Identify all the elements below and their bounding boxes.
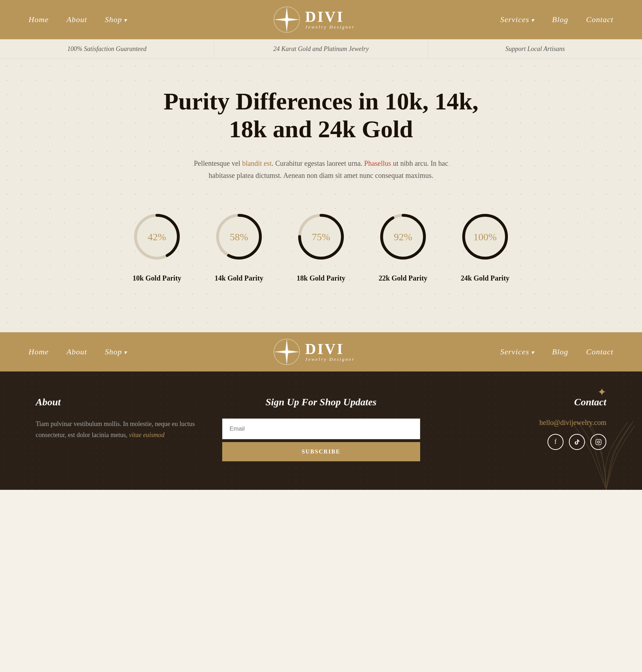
circle-label-2: 18k Gold Parity [297,274,346,282]
footer-nav-shop[interactable]: Shop [105,347,127,356]
svg-text:42%: 42% [148,231,166,242]
nav-shop[interactable]: Shop [105,15,127,24]
circle-item-0: 42%10k Gold Parity [127,206,187,282]
circles-container: 42%10k Gold Parity58%14k Gold Parity75%1… [7,206,635,282]
svg-text:58%: 58% [230,231,248,242]
logo-text: DIVI Jewelry Designer [305,9,355,30]
footer-nav: Home About Shop DIVI Jewelry Designer Se… [0,332,642,371]
svg-point-22 [285,350,288,353]
nav-home[interactable]: Home [29,15,49,24]
footer-nav-blog[interactable]: Blog [552,347,569,356]
footer-logo[interactable]: DIVI Jewelry Designer [272,338,355,366]
footer-about-col: About Tiam pulvinar vestibulum mollis. I… [36,396,201,461]
page-subtitle: Pellentesque vel blandit est. Curabitur … [187,157,455,181]
footer-logo-text: DIVI Jewelry Designer [305,342,355,362]
logo-star-icon [272,5,301,34]
footer-contact-title: Contact [442,396,607,408]
banner-item-3: Support Local Artisans [428,40,642,58]
footer-about-title: About [36,396,201,408]
subscribe-button[interactable]: SUBSCRIBE [222,442,420,461]
main-content: Purity Differences in 10k, 14k, 18k and … [0,59,642,332]
page-title: Purity Differences in 10k, 14k, 18k and … [160,87,482,143]
svg-text:92%: 92% [394,231,412,242]
nav-blog[interactable]: Blog [552,15,569,24]
circle-label-1: 14k Gold Parity [215,274,264,282]
circle-label-3: 22k Gold Parity [379,274,428,282]
logo[interactable]: DIVI Jewelry Designer [272,5,355,34]
circle-svg-3: 92% [373,206,433,267]
circle-item-2: 75%18k Gold Parity [291,206,351,282]
footer-newsletter-col: Sign Up For Shop Updates SUBSCRIBE [222,396,420,461]
svg-point-3 [285,18,288,21]
banner-item-1: 100% Satisfaction Guaranteed [0,40,214,58]
circle-svg-2: 75% [291,206,351,267]
nav-contact[interactable]: Contact [586,15,613,24]
nav-left: Home About Shop [29,15,127,24]
circle-label-0: 10k Gold Parity [133,274,182,282]
palm-decoration-icon [571,419,642,490]
svg-text:100%: 100% [473,231,496,242]
nav-about[interactable]: About [67,15,87,24]
facebook-icon[interactable]: f [547,434,564,450]
footer-nav-services[interactable]: Services [500,347,534,356]
footer-logo-divi: DIVI [305,342,355,356]
footer-nav-contact[interactable]: Contact [586,347,613,356]
circle-item-4: 100%24k Gold Parity [455,206,515,282]
circle-label-4: 24k Gold Parity [461,274,510,282]
nav-right: Services Blog Contact [500,15,613,24]
sparkle-icon: ✦ [597,386,606,398]
circle-svg-1: 58% [209,206,269,267]
footer-logo-subtitle: Jewelry Designer [305,356,355,362]
circle-svg-4: 100% [455,206,515,267]
footer-nav-right: Services Blog Contact [500,347,613,356]
footer-about-text: Tiam pulvinar vestibulum mollis. In mole… [36,419,201,440]
footer-nav-left: Home About Shop [29,347,127,356]
svg-text:75%: 75% [312,231,330,242]
footer-nav-about[interactable]: About [67,347,87,356]
logo-divi: DIVI [305,9,355,24]
circle-item-3: 92%22k Gold Parity [373,206,433,282]
footer-newsletter-title: Sign Up For Shop Updates [222,396,420,408]
logo-subtitle: Jewelry Designer [305,24,355,30]
nav-services[interactable]: Services [500,15,534,24]
footer-bottom: About Tiam pulvinar vestibulum mollis. I… [0,371,642,490]
footer-logo-star-icon [272,338,301,366]
banner-bar: 100% Satisfaction Guaranteed 24 Karat Go… [0,39,642,59]
banner-item-2: 24 Karat Gold and Platinum Jewelry [214,40,428,58]
circle-item-1: 58%14k Gold Parity [209,206,269,282]
email-input[interactable] [222,419,420,439]
footer-nav-home[interactable]: Home [29,347,49,356]
circle-svg-0: 42% [127,206,187,267]
header: Home About Shop DIVI Jewelry Designer Se… [0,0,642,39]
